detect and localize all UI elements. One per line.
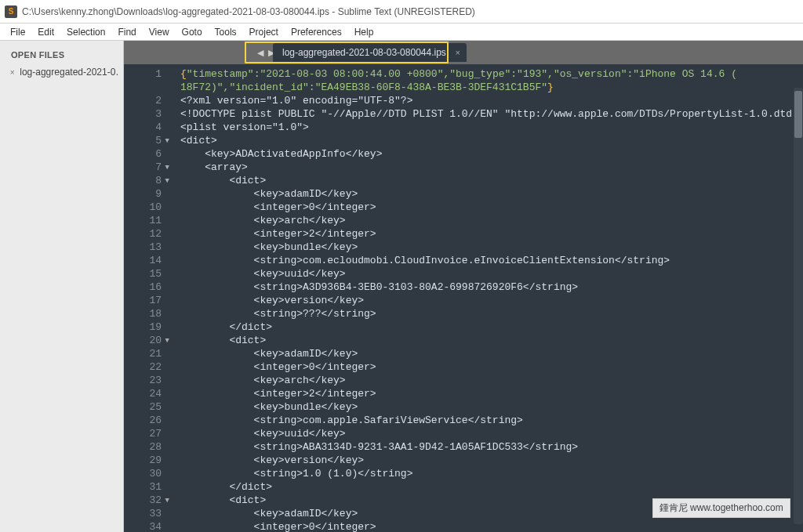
code-line[interactable]: <key>arch</key>: [180, 214, 803, 227]
code-line[interactable]: 18F72)","incident_id":"EA49EB38-60F8-438…: [180, 81, 803, 94]
menubar: FileEditSelectionFindViewGotoToolsProjec…: [0, 24, 803, 41]
menu-tools[interactable]: Tools: [209, 25, 242, 39]
line-number: 9: [124, 187, 162, 201]
code-line[interactable]: <integer>0</integer>: [180, 360, 803, 374]
line-number: 28: [124, 440, 162, 454]
code-line[interactable]: <array>: [180, 161, 803, 174]
window-title: C:\Users\kenny.zhong\Downloads\log-aggre…: [22, 6, 475, 17]
code-line[interactable]: <string>???</string>: [180, 307, 803, 320]
content-area: OPEN FILES × log-aggregated-2021-0… ◀ ▶ …: [0, 41, 803, 532]
code-line[interactable]: <key>uuid</key>: [180, 267, 803, 280]
line-number: 12: [124, 227, 162, 241]
line-number: 25: [124, 400, 162, 414]
line-number: 1: [124, 67, 162, 81]
line-number: 17: [124, 294, 162, 307]
code-line[interactable]: <key>ADActivatedAppInfo</key>: [180, 147, 803, 161]
code-line[interactable]: <dict>: [180, 334, 803, 347]
code-line[interactable]: <integer>2</integer>: [180, 387, 803, 400]
code-line[interactable]: <dict>: [180, 174, 803, 187]
code-line[interactable]: <string>com.apple.SafariViewService</str…: [180, 414, 803, 427]
code-line[interactable]: <key>bundle</key>: [180, 241, 803, 254]
line-number: 26: [124, 414, 162, 427]
code-line[interactable]: <plist version="1.0">: [180, 121, 803, 134]
editor-area: ◀ ▶ log-aggregated-2021-08-03-080044.ips…: [124, 41, 803, 532]
line-number: 15: [124, 267, 162, 280]
code-line[interactable]: <key>adamID</key>: [180, 347, 803, 360]
line-number: 3: [124, 107, 162, 121]
line-number: 16: [124, 280, 162, 294]
tab-label: log-aggregated-2021-08-03-080044.ips: [282, 47, 446, 58]
code-line[interactable]: <key>version</key>: [180, 294, 803, 307]
open-file-label: log-aggregated-2021-0…: [20, 67, 118, 78]
line-number: 33: [124, 507, 162, 520]
line-number: 14: [124, 254, 162, 267]
menu-project[interactable]: Project: [244, 25, 284, 39]
line-number-gutter: 12345▼67▼8▼91011121314151617181920▼21222…: [124, 64, 168, 532]
code-line[interactable]: <key>arch</key>: [180, 374, 803, 387]
fold-icon[interactable]: ▼: [165, 175, 169, 188]
close-icon[interactable]: ×: [8, 68, 16, 77]
code-line[interactable]: </dict>: [180, 480, 803, 494]
line-number: 18: [124, 307, 162, 320]
app-icon: S: [5, 5, 17, 18]
code-line[interactable]: <key>uuid</key>: [180, 427, 803, 440]
tabbar: ◀ ▶ log-aggregated-2021-08-03-080044.ips…: [124, 41, 803, 64]
menu-edit[interactable]: Edit: [32, 25, 60, 39]
code-line[interactable]: <key>adamID</key>: [180, 187, 803, 201]
fold-icon[interactable]: ▼: [165, 161, 169, 175]
fold-icon[interactable]: ▼: [165, 135, 169, 148]
menu-help[interactable]: Help: [349, 25, 380, 39]
menu-selection[interactable]: Selection: [61, 25, 111, 39]
code-line[interactable]: {"timestamp":"2021-08-03 08:00:44.00 +08…: [180, 67, 803, 81]
code-area[interactable]: {"timestamp":"2021-08-03 08:00:44.00 +08…: [168, 64, 803, 532]
menu-view[interactable]: View: [144, 25, 175, 39]
code-line[interactable]: <!DOCTYPE plist PUBLIC "-//Apple//DTD PL…: [180, 107, 803, 121]
watermark-label: 鍾肯尼 www.togetherhoo.com: [652, 498, 790, 518]
line-number: 21: [124, 347, 162, 360]
code-line[interactable]: <key>bundle</key>: [180, 400, 803, 414]
code-line[interactable]: <string>1.0 (1.0)</string>: [180, 467, 803, 480]
code-wrap: 12345▼67▼8▼91011121314151617181920▼21222…: [124, 64, 803, 532]
vertical-scrollbar[interactable]: [794, 88, 803, 524]
menu-preferences[interactable]: Preferences: [285, 25, 347, 39]
line-number: 29: [124, 454, 162, 467]
fold-icon[interactable]: ▼: [165, 335, 169, 348]
line-number: 11: [124, 214, 162, 227]
line-number: 10: [124, 201, 162, 214]
line-number: 5▼: [124, 134, 162, 147]
tab-nav-prev-icon[interactable]: ◀: [257, 48, 263, 58]
code-line[interactable]: <integer>0</integer>: [180, 201, 803, 214]
fold-icon[interactable]: ▼: [165, 494, 169, 508]
line-number: 8▼: [124, 174, 162, 187]
code-line[interactable]: <string>com.ecloudmobi.CloudInvoice.eInv…: [180, 254, 803, 267]
code-line[interactable]: </dict>: [180, 320, 803, 334]
titlebar: S C:\Users\kenny.zhong\Downloads\log-agg…: [0, 0, 803, 24]
line-number: 23: [124, 374, 162, 387]
line-number: 30: [124, 467, 162, 480]
scroll-thumb[interactable]: [794, 91, 802, 138]
open-file-item[interactable]: × log-aggregated-2021-0…: [0, 64, 123, 80]
code-line[interactable]: <dict>: [180, 134, 803, 147]
line-number: [124, 81, 162, 94]
line-number: 22: [124, 360, 162, 374]
line-number: 32▼: [124, 494, 162, 507]
code-line[interactable]: <?xml version="1.0" encoding="UTF-8"?>: [180, 94, 803, 107]
file-tab[interactable]: log-aggregated-2021-08-03-080044.ips ×: [273, 43, 467, 62]
code-line[interactable]: <key>version</key>: [180, 454, 803, 467]
menu-find[interactable]: Find: [112, 25, 141, 39]
close-icon[interactable]: ×: [455, 48, 460, 57]
line-number: 31: [124, 480, 162, 494]
line-number: 24: [124, 387, 162, 400]
code-line[interactable]: <string>A3D936B4-3EB0-3103-80A2-69987269…: [180, 280, 803, 294]
line-number: 20▼: [124, 334, 162, 347]
line-number: 7▼: [124, 161, 162, 174]
code-line[interactable]: <integer>0</integer>: [180, 520, 803, 532]
menu-goto[interactable]: Goto: [176, 25, 208, 39]
line-number: 6: [124, 147, 162, 161]
menu-file[interactable]: File: [5, 25, 31, 39]
line-number: 34: [124, 520, 162, 532]
open-files-header: OPEN FILES: [0, 47, 123, 64]
code-line[interactable]: <string>ABA3134D-9231-3AA1-9D42-1A05AF1D…: [180, 440, 803, 454]
line-number: 13: [124, 241, 162, 254]
code-line[interactable]: <integer>2</integer>: [180, 227, 803, 241]
